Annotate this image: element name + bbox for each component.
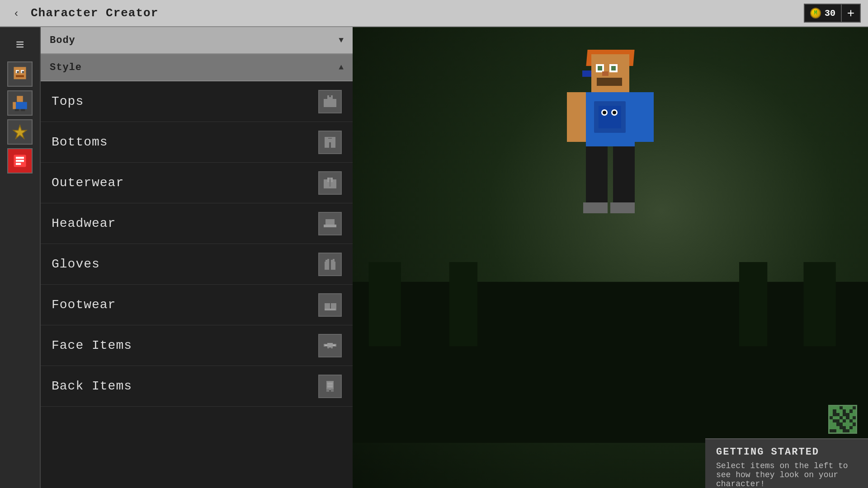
back-button[interactable]: ‹ (7, 4, 25, 22)
gloves-icon (318, 253, 342, 276)
face-items-icon (318, 334, 342, 357)
background-trees (353, 262, 868, 443)
mc-left-leg (586, 146, 608, 205)
svg-rect-31 (329, 179, 331, 187)
sidebar-icon-customize[interactable] (7, 61, 33, 87)
mc-left-arm (567, 92, 586, 142)
outerwear-icon (318, 171, 342, 195)
svg-rect-38 (331, 260, 333, 263)
currency-area: M 30 + (804, 4, 861, 23)
category-footwear[interactable]: Footwear (41, 285, 353, 325)
left-sidebar: ≡ (0, 27, 41, 488)
svg-rect-10 (15, 109, 19, 112)
category-list: Tops Bottoms (41, 81, 353, 488)
svg-rect-55 (327, 385, 333, 385)
preview-area: GETTING STARTED Select items on the left… (353, 27, 868, 488)
svg-rect-23 (325, 142, 329, 148)
coin-icon: M (810, 8, 821, 19)
svg-rect-37 (331, 262, 335, 270)
svg-rect-14 (16, 157, 24, 159)
svg-rect-0 (14, 67, 26, 79)
svg-rect-17 (324, 99, 327, 107)
app-title: Character Creator (31, 6, 158, 20)
body-dropdown-label: Body (50, 35, 75, 46)
svg-rect-29 (327, 178, 329, 182)
category-footwear-label: Footwear (52, 298, 116, 312)
category-gloves-label: Gloves (52, 257, 100, 271)
category-headwear-label: Headwear (52, 216, 116, 230)
svg-rect-32 (326, 219, 335, 225)
svg-rect-19 (333, 99, 336, 107)
info-title: GETTING STARTED (716, 446, 857, 458)
svg-rect-57 (353, 282, 868, 443)
svg-rect-66 (739, 262, 767, 346)
svg-rect-50 (331, 347, 333, 348)
info-description: Select items on the left to see how they… (716, 461, 857, 488)
svg-rect-56 (327, 386, 333, 387)
category-outerwear-label: Outerwear (52, 176, 124, 190)
category-headwear[interactable]: Headwear (41, 203, 353, 244)
style-dropdown-label: Style (50, 62, 82, 73)
category-gloves[interactable]: Gloves (41, 244, 353, 285)
category-face-items[interactable]: Face Items (41, 325, 353, 366)
svg-rect-8 (13, 102, 16, 109)
info-panel: GETTING STARTED Select items on the left… (705, 438, 868, 488)
svg-rect-58 (369, 262, 401, 346)
svg-rect-53 (331, 389, 334, 392)
sidebar-menu-button[interactable]: ≡ (7, 33, 33, 58)
category-back-items-label: Back Items (52, 379, 132, 393)
svg-rect-35 (326, 260, 327, 263)
style-dropdown-arrow: ▲ (339, 63, 344, 72)
topbar: ‹ Character Creator M 30 + (0, 0, 868, 27)
mc-right-leg (613, 146, 635, 205)
sidebar-icon-star[interactable] (7, 119, 33, 145)
mc-body (586, 92, 635, 146)
sidebar-icon-character[interactable] (7, 90, 33, 116)
category-bottoms[interactable]: Bottoms (41, 122, 353, 163)
currency-display: M 30 (804, 4, 842, 23)
svg-rect-24 (331, 142, 335, 148)
svg-rect-49 (327, 347, 329, 348)
category-tops[interactable]: Tops (41, 81, 353, 122)
svg-rect-34 (325, 262, 329, 270)
svg-rect-11 (21, 109, 25, 112)
svg-rect-22 (325, 137, 335, 142)
svg-rect-15 (16, 160, 24, 162)
main-panel: Body ▼ Style ▲ Tops Bottoms (41, 27, 353, 488)
style-dropdown[interactable]: Style ▲ (41, 54, 353, 81)
svg-rect-9 (24, 102, 27, 109)
svg-rect-16 (16, 163, 21, 165)
category-face-items-label: Face Items (52, 338, 132, 352)
svg-rect-7 (15, 102, 25, 109)
character-preview (542, 50, 678, 285)
qr-code[interactable] (828, 405, 857, 434)
svg-rect-6 (17, 96, 23, 102)
svg-rect-25 (328, 138, 332, 139)
svg-rect-21 (331, 95, 333, 99)
back-items-icon (318, 375, 342, 398)
svg-rect-47 (325, 345, 327, 346)
mc-right-arm (635, 92, 654, 142)
sidebar-icon-owned[interactable] (7, 148, 33, 174)
mc-left-foot (583, 202, 608, 213)
body-dropdown[interactable]: Body ▼ (41, 27, 353, 54)
svg-rect-54 (327, 383, 333, 384)
svg-rect-33 (324, 225, 336, 227)
svg-rect-3 (17, 71, 19, 73)
svg-rect-48 (333, 345, 335, 346)
svg-rect-43 (330, 309, 335, 310)
category-bottoms-label: Bottoms (52, 135, 108, 149)
footwear-icon (318, 293, 342, 317)
svg-rect-52 (326, 389, 329, 392)
body-dropdown-arrow: ▼ (339, 36, 344, 45)
svg-rect-4 (22, 71, 24, 73)
mc-right-foot (610, 202, 635, 213)
svg-rect-61 (449, 262, 477, 346)
bottoms-icon (318, 131, 342, 154)
currency-amount: 30 (825, 8, 835, 19)
svg-rect-36 (327, 259, 329, 262)
svg-rect-20 (327, 95, 329, 99)
add-currency-button[interactable]: + (842, 4, 861, 23)
category-back-items[interactable]: Back Items (41, 366, 353, 407)
category-outerwear[interactable]: Outerwear (41, 163, 353, 203)
